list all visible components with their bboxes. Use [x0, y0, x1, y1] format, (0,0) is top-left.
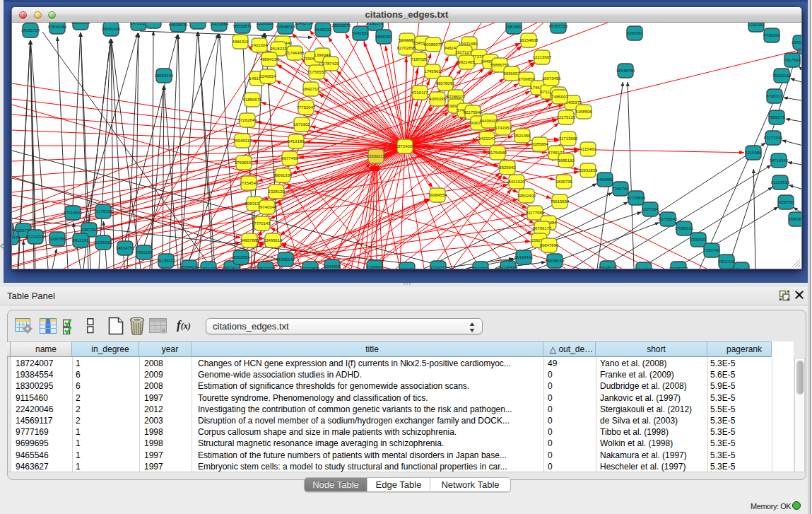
svg-text:9821465: 9821465	[458, 60, 475, 64]
svg-text:3215958: 3215958	[745, 151, 762, 155]
svg-text:2260256: 2260256	[399, 267, 416, 269]
svg-text:39502402: 39502402	[517, 194, 536, 198]
svg-text:77752047: 77752047	[297, 105, 316, 110]
svg-text:4060883: 4060883	[233, 255, 249, 259]
svg-text:4005045: 4005045	[429, 97, 446, 101]
svg-text:14055724: 14055724	[21, 28, 40, 33]
svg-text:17080531: 17080531	[675, 226, 694, 230]
svg-text:4192832: 4192832	[145, 23, 162, 23]
svg-text:4966319: 4966319	[232, 40, 249, 44]
svg-text:8421020: 8421020	[508, 180, 525, 184]
svg-text:57262849: 57262849	[238, 118, 257, 122]
svg-text:9521456: 9521456	[514, 134, 531, 138]
svg-text:28809570: 28809570	[332, 23, 351, 28]
svg-text:81223623: 81223623	[771, 180, 790, 185]
svg-text:7917693: 7917693	[784, 58, 801, 62]
svg-text:34714345: 34714345	[770, 158, 789, 163]
svg-text:61595148: 61595148	[276, 257, 295, 262]
svg-text:5466889: 5466889	[596, 177, 613, 182]
svg-text:8148932: 8148932	[314, 28, 331, 32]
svg-text:76615654: 76615654	[551, 199, 570, 204]
svg-text:25135427: 25135427	[157, 259, 176, 263]
svg-text:1627204: 1627204	[642, 207, 659, 211]
svg-text:51462704: 51462704	[295, 23, 314, 25]
svg-text:9636057: 9636057	[503, 71, 520, 76]
svg-text:29946804: 29946804	[635, 267, 654, 269]
svg-text:3529042: 3529042	[499, 165, 516, 170]
svg-text:32931839: 32931839	[579, 168, 598, 173]
svg-text:16648784: 16648784	[616, 69, 635, 73]
svg-text:13433200: 13433200	[792, 40, 801, 45]
svg-text:3158692: 3158692	[366, 265, 383, 269]
svg-text:81177589: 81177589	[526, 211, 545, 215]
svg-text:1824493: 1824493	[200, 267, 217, 269]
svg-text:7193745: 7193745	[703, 248, 720, 252]
svg-text:4216073: 4216073	[430, 266, 447, 269]
svg-text:51850671: 51850671	[243, 98, 262, 102]
svg-text:00766177: 00766177	[533, 226, 552, 230]
svg-text:7770143: 7770143	[254, 221, 271, 226]
svg-text:98084124: 98084124	[180, 265, 199, 269]
svg-text:64139537: 64139537	[189, 23, 208, 24]
svg-text:34957885: 34957885	[240, 238, 259, 243]
svg-text:0812191: 0812191	[72, 238, 89, 243]
svg-text:3387262: 3387262	[81, 228, 98, 232]
svg-text:31713900: 31713900	[559, 136, 578, 141]
svg-text:97848018: 97848018	[276, 25, 295, 29]
svg-text:64835030: 64835030	[169, 23, 188, 27]
svg-text:12275125: 12275125	[557, 115, 576, 119]
svg-text:4316117: 4316117	[412, 90, 429, 95]
svg-text:62386922: 62386922	[447, 95, 466, 99]
svg-text:01429401: 01429401	[514, 255, 534, 259]
svg-text:1671902: 1671902	[293, 122, 310, 127]
svg-text:0330923: 0330923	[690, 238, 707, 242]
svg-text:07816184: 07816184	[48, 25, 67, 29]
svg-text:82175946: 82175946	[464, 110, 483, 115]
svg-text:7182278: 7182278	[367, 23, 384, 25]
svg-text:9115460: 9115460	[580, 147, 597, 151]
svg-text:12213967: 12213967	[533, 55, 552, 59]
svg-text:76320163: 76320163	[772, 74, 792, 78]
svg-text:65787133: 65787133	[549, 24, 568, 28]
svg-text:71746488: 71746488	[286, 51, 305, 55]
svg-text:4896383: 4896383	[375, 35, 392, 39]
svg-text:69847896: 69847896	[540, 243, 559, 247]
svg-text:2787429: 2787429	[322, 62, 339, 66]
svg-text:76945314: 76945314	[233, 139, 252, 143]
svg-text:72423884: 72423884	[210, 23, 229, 26]
svg-text:15300215: 15300215	[367, 154, 386, 158]
svg-text:55698169: 55698169	[546, 259, 565, 263]
svg-text:0842710: 0842710	[302, 87, 319, 91]
svg-text:1226916: 1226916	[257, 23, 273, 25]
svg-text:6193990: 6193990	[95, 240, 112, 245]
svg-text:73178108: 73178108	[94, 209, 113, 214]
svg-text:1745961: 1745961	[424, 69, 441, 74]
svg-text:9743953: 9743953	[495, 126, 512, 130]
svg-text:8708317: 8708317	[766, 94, 783, 98]
svg-text:2087682: 2087682	[505, 25, 522, 29]
svg-text:9912419: 9912419	[718, 259, 735, 264]
svg-text:28053346: 28053346	[155, 74, 174, 78]
svg-text:7991183: 7991183	[136, 250, 153, 255]
svg-text:54145868: 54145868	[499, 266, 518, 269]
svg-text:60385977: 60385977	[424, 42, 443, 47]
svg-text:2421024: 2421024	[251, 43, 268, 47]
svg-text:7346706: 7346706	[612, 187, 629, 191]
svg-text:53755646: 53755646	[659, 217, 678, 221]
svg-text:62702895: 62702895	[397, 46, 416, 50]
svg-text:4738299: 4738299	[763, 33, 780, 37]
svg-text:19384554: 19384554	[428, 193, 447, 197]
svg-text:5430391: 5430391	[352, 31, 369, 35]
svg-text:7485003: 7485003	[551, 95, 568, 99]
svg-text:86578091: 86578091	[436, 81, 455, 86]
svg-text:7543303: 7543303	[472, 267, 489, 269]
svg-text:9413186: 9413186	[288, 139, 305, 144]
svg-text:00524278: 00524278	[257, 267, 276, 269]
svg-text:1031051: 1031051	[748, 23, 765, 27]
svg-text:36995777: 36995777	[669, 267, 688, 269]
svg-text:67010651: 67010651	[64, 211, 83, 215]
svg-text:6690967: 6690967	[788, 217, 801, 221]
svg-text:5009788: 5009788	[49, 237, 66, 241]
svg-text:2328120: 2328120	[268, 189, 285, 194]
svg-text:7889579: 7889579	[768, 115, 785, 119]
